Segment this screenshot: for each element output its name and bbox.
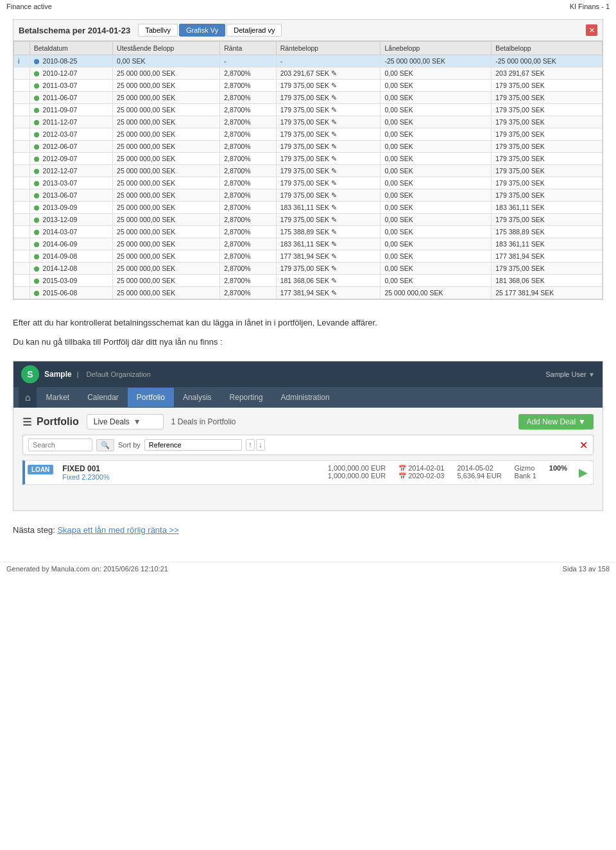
portfolio-title: ☰ Portfolio (22, 416, 79, 428)
sort-desc-button[interactable]: ↓ (256, 439, 265, 451)
deal-date1: 2014-02-01 (408, 464, 444, 472)
table-row: 2012-09-07 25 000 000,00 SEK 2,8700% 179… (14, 153, 603, 165)
table-row: 2013-09-09 25 000 000,00 SEK 2,8700% 183… (14, 202, 603, 214)
row-loan: 0,00 SEK (381, 263, 492, 275)
row-date: 2010-08-25 (30, 55, 112, 67)
row-index (14, 165, 30, 177)
payment-schedule-box: Betalschema per 2014-01-23 Tabellvy Graf… (13, 19, 603, 300)
row-interest: 179 375,00 SEK ✎ (276, 128, 381, 141)
row-index (14, 141, 30, 153)
row-interest: 175 388,89 SEK ✎ (276, 226, 381, 238)
deal-amount1: 1,000,000.00 EUR (328, 464, 386, 472)
table-row: 2011-03-07 25 000 000,00 SEK 2,8700% 179… (14, 80, 603, 92)
col-header-index (14, 42, 30, 55)
deal-dates: 📅2014-02-01 📅2020-02-03 (392, 461, 450, 484)
row-dot (34, 144, 39, 150)
row-dot (34, 157, 39, 162)
search-close-icon[interactable]: ✕ (579, 439, 588, 451)
row-payment: 179 375,00 SEK (492, 214, 603, 226)
row-rate: 2,8700% (220, 287, 276, 299)
table-row: 2011-12-07 25 000 000,00 SEK 2,8700% 179… (14, 116, 603, 128)
row-date: 2011-03-07 (30, 80, 112, 92)
col-header-lånebelopp: Lånebelopp (381, 42, 492, 55)
deal-amounts: 1,000,000.00 EUR 1,000,000.00 EUR (321, 461, 393, 484)
row-outstanding: 25 000 000,00 SEK (113, 153, 220, 165)
next-step-link[interactable]: Skapa ett lån med rörlig ränta >> (57, 525, 178, 535)
row-dot (34, 120, 39, 125)
sort-asc-button[interactable]: ↑ (246, 439, 255, 451)
row-loan: 0,00 SEK (381, 116, 492, 128)
row-dot (34, 291, 39, 296)
row-index (14, 177, 30, 189)
table-row: 2010-12-07 25 000 000,00 SEK 2,8700% 203… (14, 67, 603, 80)
table-row: 2013-03-07 25 000 000,00 SEK 2,8700% 179… (14, 177, 603, 189)
tab-detaljerad-vy[interactable]: Detaljerad vy (227, 24, 282, 37)
table-container: Betaldatum Utestående Belopp Ränta Ränte… (13, 41, 603, 299)
nav-reporting[interactable]: Reporting (221, 388, 272, 407)
row-dot (34, 266, 39, 272)
nav-market[interactable]: Market (37, 388, 78, 407)
ps-close-button[interactable]: ✕ (586, 24, 597, 36)
row-interest: 183 361,11 SEK ✎ (276, 202, 381, 214)
row-dot (34, 230, 39, 235)
row-outstanding: 25 000 000,00 SEK (113, 141, 220, 153)
live-deals-dropdown[interactable]: Live Deals ▼ (87, 414, 164, 429)
row-payment: 179 375,00 SEK (492, 116, 603, 128)
row-dot (34, 132, 39, 137)
app-org: Sample (44, 370, 72, 379)
row-outstanding: 25 000 000,00 SEK (113, 165, 220, 177)
deal-arrow-icon[interactable]: ▶ (574, 461, 593, 484)
table-row: 2012-06-07 25 000 000,00 SEK 2,8700% 179… (14, 141, 603, 153)
row-index (14, 189, 30, 202)
search-input[interactable] (28, 438, 92, 451)
nav-administration[interactable]: Administration (272, 388, 339, 407)
row-index: i (14, 55, 30, 67)
row-payment: 175 388,89 SEK (492, 226, 603, 238)
row-loan: 0,00 SEK (381, 104, 492, 116)
row-date: 2011-12-07 (30, 116, 112, 128)
nav-calendar[interactable]: Calendar (78, 388, 128, 407)
add-new-deal-button[interactable]: Add New Deal ▼ (518, 414, 594, 429)
row-interest: 179 375,00 SEK ✎ (276, 116, 381, 128)
row-outstanding: 25 000 000,00 SEK (113, 80, 220, 92)
row-outstanding: 25 000 000,00 SEK (113, 128, 220, 141)
sort-select[interactable] (144, 439, 242, 451)
row-interest: 181 368,06 SEK ✎ (276, 275, 381, 287)
row-payment: 179 375,00 SEK (492, 92, 603, 104)
app-user-area[interactable]: Sample User ▼ (545, 370, 595, 379)
text-section-2: Du kan nu gå tillbaka till Portfölj där … (13, 336, 603, 355)
row-outstanding: 25 000 000,00 SEK (113, 92, 220, 104)
add-new-deal-label: Add New Deal (526, 417, 576, 426)
row-date: 2013-06-07 (30, 189, 112, 202)
tab-grafisk-vy[interactable]: Grafisk Vy (179, 24, 225, 37)
col-header-betalbelopp: Betalbelopp (492, 42, 603, 55)
row-outstanding: 25 000 000,00 SEK (113, 263, 220, 275)
tab-tabellvy[interactable]: Tabellvy (138, 24, 178, 37)
row-payment: 183 361,11 SEK (492, 238, 603, 250)
row-dot (34, 71, 39, 76)
portfolio-app: S Sample | Default Organization Sample U… (13, 361, 603, 511)
row-interest: 179 375,00 SEK ✎ (276, 263, 381, 275)
deal-ref2: 5,636.94 EUR (458, 472, 502, 480)
row-date: 2014-06-09 (30, 238, 112, 250)
row-loan: -25 000 000,00 SEK (381, 55, 492, 67)
col-header-räntebelopp: Räntebelopp (276, 42, 381, 55)
nav-home[interactable]: ⌂ (19, 387, 37, 408)
row-index (14, 92, 30, 104)
row-outstanding: 25 000 000,00 SEK (113, 177, 220, 189)
row-payment: 179 375,00 SEK (492, 263, 603, 275)
nav-analysis[interactable]: Analysis (174, 388, 221, 407)
search-button[interactable]: 🔍 (96, 439, 114, 451)
table-row: i 2010-08-25 0,00 SEK - - -25 000 000,00… (14, 55, 603, 67)
row-loan: 0,00 SEK (381, 92, 492, 104)
nav-portfolio[interactable]: Portfolio (128, 388, 174, 407)
row-index (14, 250, 30, 263)
row-rate: 2,8700% (220, 92, 276, 104)
row-interest: 179 375,00 SEK ✎ (276, 104, 381, 116)
ps-tabs: Tabellvy Grafisk Vy Detaljerad vy (138, 24, 282, 37)
row-index (14, 202, 30, 214)
row-outstanding: 25 000 000,00 SEK (113, 104, 220, 116)
row-dot (34, 193, 39, 198)
row-index (14, 238, 30, 250)
row-dot (34, 108, 39, 113)
